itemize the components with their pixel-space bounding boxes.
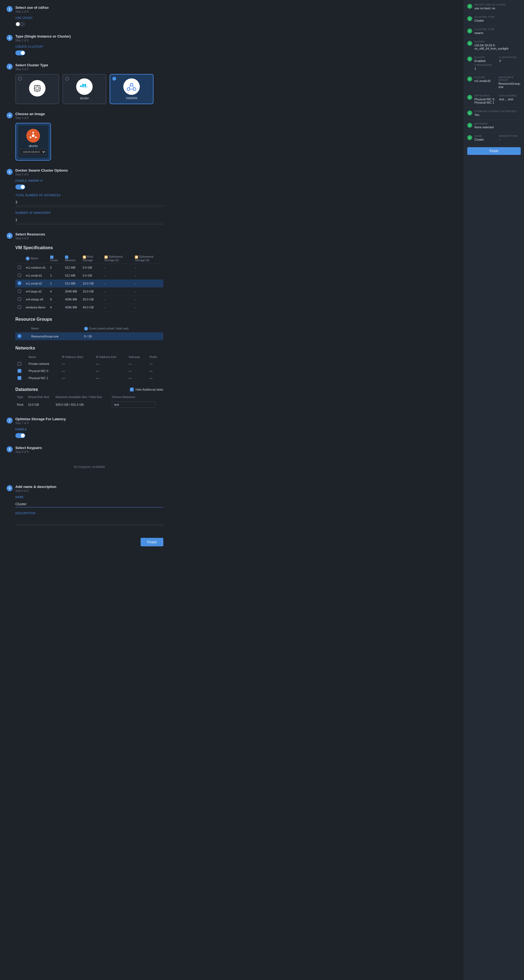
latency-toggle[interactable] [15, 433, 25, 438]
rp-finish-button[interactable]: Finish [467, 147, 521, 155]
step-8-title: Select Keypairs [15, 446, 42, 450]
rg-col-name: Name [29, 325, 82, 332]
cluster-card-vm[interactable] [15, 74, 59, 104]
vm-row-root-0: 5.0 GB [81, 263, 102, 271]
step-5-number: 5 [6, 169, 13, 175]
rp-check-flavor-rg: ✓ FLAVOR m1.small.d2 RESOURCE GROUP Reso… [467, 76, 521, 89]
rp-check-distro: ✓ DISTRO v16.04-18.03.0-ce_x86_64_kvm_su… [467, 40, 521, 50]
rp-distro-label: DISTRO [475, 40, 521, 43]
rp-check-keypairs: ✓ KEYPAIRS None selected [467, 122, 521, 129]
vm-row-cores-0: 2 [48, 263, 63, 271]
net-row-ipend-2: — [94, 374, 126, 382]
rp-distro-value: v16.04-18.03.0-ce_x86_64_kvm_sunlight [475, 44, 521, 50]
rp-sep-7 [467, 107, 521, 108]
vm-row-cores-1: 1 [48, 271, 63, 279]
step-9-title: Add name & description [15, 485, 56, 489]
table-row[interactable]: m4.xlarge.d4 8 4096 MB 20.0 GB - - [15, 295, 164, 303]
rg-row-cores-0: 0 / 28 [82, 332, 164, 340]
table-row[interactable]: Physical NIC 0 — — — — [15, 368, 164, 374]
net-col-gateway: Gateway [127, 354, 148, 360]
cluster-card-docker[interactable]: docker [62, 74, 106, 104]
rp-rg-value: ResourceGroup-one [499, 82, 521, 89]
net-row-ipend-0: — [94, 360, 126, 368]
cluster-card-swarm[interactable]: SWARM [110, 74, 154, 104]
rp-rg-label: RESOURCE GROUP [499, 76, 521, 81]
networks-heading: Networks [15, 346, 164, 351]
ds-col-avail: Datastore Available Size / Total Size [54, 394, 110, 400]
step-2-number: 2 [6, 35, 13, 41]
step-2-header: 2 Type (Single Instance or Cluster) Step… [6, 34, 164, 42]
rp-ds-col: DATASTORES test , , test [499, 94, 521, 104]
create-cluster-toggle[interactable] [15, 51, 25, 56]
rp-name-value: Cluster [475, 138, 496, 141]
svg-rect-7 [82, 86, 84, 87]
table-row[interactable]: Private network — — — — [15, 360, 164, 368]
eph1-ds-icon: ▣ [105, 256, 108, 259]
vm-row-radio-2[interactable] [17, 281, 21, 285]
table-row[interactable]: m1.small.d1 1 512 MB 5.0 GB - - [15, 271, 164, 279]
use-cdiso-toggle[interactable] [15, 22, 25, 27]
rp-sep-5 [467, 73, 521, 74]
table-row[interactable]: ResourceGroup-one 0 / 28 [15, 332, 164, 340]
svg-line-15 [133, 86, 134, 88]
rp-item-swarm: ✓ CLUSTER TYPE swarm [467, 28, 521, 35]
rp-item-distro: ✓ DISTRO v16.04-18.03.0-ce_x86_64_kvm_su… [467, 40, 521, 50]
step-5-section: 5 Docker Swarm Cluster Options Step 5 of… [6, 168, 164, 224]
enable-swarm-label: ENABLE SWARM UI [15, 179, 164, 182]
hide-disks-checkbox[interactable] [130, 388, 134, 391]
step-5-subtitle: Step 5 of 6 [15, 173, 68, 176]
table-row[interactable]: windows.flavor 4 4096 MB 40.0 GB - - [15, 303, 164, 311]
rg-row-radio-0[interactable] [17, 334, 21, 338]
table-row[interactable]: m1.medium.d1 2 512 MB 5.0 GB - - [15, 263, 164, 271]
description-input[interactable] [15, 518, 164, 524]
ds-table: Type Virtual Disk Size Datastore Availab… [15, 394, 164, 409]
step-7-content: ENABLE [15, 428, 164, 438]
vm-row-eph2-5: - [133, 303, 164, 311]
vm-row-radio-4[interactable] [17, 297, 21, 301]
vm-row-radio-5[interactable] [17, 305, 21, 309]
image-version-select[interactable]: v16.04-18.03.0-ce_x86_64_kvm_sunlight [20, 149, 46, 154]
step-7-section: 7 Optimize Storage For Latency Step 7 of… [6, 417, 164, 438]
rp-cdiso-value: use no boot: no [475, 6, 506, 10]
step-3-number: 3 [6, 64, 13, 70]
table-row[interactable]: m1.small.d2 1 512 MB 10.0 GB - - [15, 279, 164, 287]
ds-row-choose-0[interactable] [112, 401, 156, 408]
rp-swarm-content: CLUSTER TYPE swarm [475, 28, 495, 35]
table-row[interactable]: Physical NIC 1 — — — — [15, 374, 164, 382]
rp-item-flavor-rg: ✓ FLAVOR m1.small.d2 RESOURCE GROUP Reso… [467, 76, 521, 89]
rp-latency-content: STORAGE LATENCY OPTIMIZED? Yes [475, 110, 518, 116]
vm-row-root-4: 20.0 GB [81, 295, 102, 303]
table-row[interactable]: m4.large.d2 4 2048 MB 10.0 GB - - [15, 287, 164, 295]
enable-swarm-toggle-wrapper [15, 185, 164, 189]
vm-row-radio-3[interactable] [17, 289, 21, 293]
rp-managers-value: 1 [475, 67, 521, 70]
image-card-ubuntu[interactable]: ubuntu v16.04-18.03.0-ce_x86_64_kvm_sunl… [15, 123, 51, 161]
num-managers-line [15, 224, 164, 224]
vm-row-radio-1[interactable] [17, 273, 21, 277]
enable-swarm-toggle[interactable] [15, 185, 25, 189]
step-8-section: 8 Select Keypairs Step 8 of 9 No keypair… [6, 446, 164, 477]
net-row-check-0[interactable] [17, 362, 21, 366]
num-managers-input[interactable] [15, 216, 164, 223]
ubuntu-icon [26, 129, 40, 143]
rp-networks-row: NETWORKS Physical NIC 0, Physical NIC 1 … [475, 94, 521, 104]
svg-point-11 [130, 83, 133, 86]
use-cdiso-label: USE CD/ISO [15, 16, 164, 19]
step-4-subtitle: Step 4 of 5 [15, 116, 45, 119]
step-8-subtitle: Step 8 of 9 [15, 450, 42, 453]
rp-managers-col: # MANAGERS 1 [475, 64, 521, 70]
net-row-check-2[interactable] [17, 376, 21, 380]
total-instances-input[interactable] [15, 199, 164, 205]
vm-row-radio-0[interactable] [17, 266, 21, 269]
name-input[interactable] [15, 501, 164, 508]
total-instances-input-wrapper [15, 199, 164, 205]
ds-col-type: Type [15, 394, 26, 400]
step-9-header: 9 Add name & description Step 9 of 9 [6, 485, 164, 492]
net-row-check-1[interactable] [17, 369, 21, 373]
step-3-section: 3 Select Cluster Type Step 3 of 5 [6, 63, 164, 104]
rp-item-cluster: ✓ CLUSTER TYPE Cluster [467, 16, 521, 22]
net-row-ipstart-2: — [60, 374, 94, 382]
bottom-finish-button[interactable]: Finish [141, 538, 164, 546]
step-8-title-group: Select Keypairs Step 8 of 9 [15, 446, 42, 453]
rp-sep-2 [467, 25, 521, 26]
